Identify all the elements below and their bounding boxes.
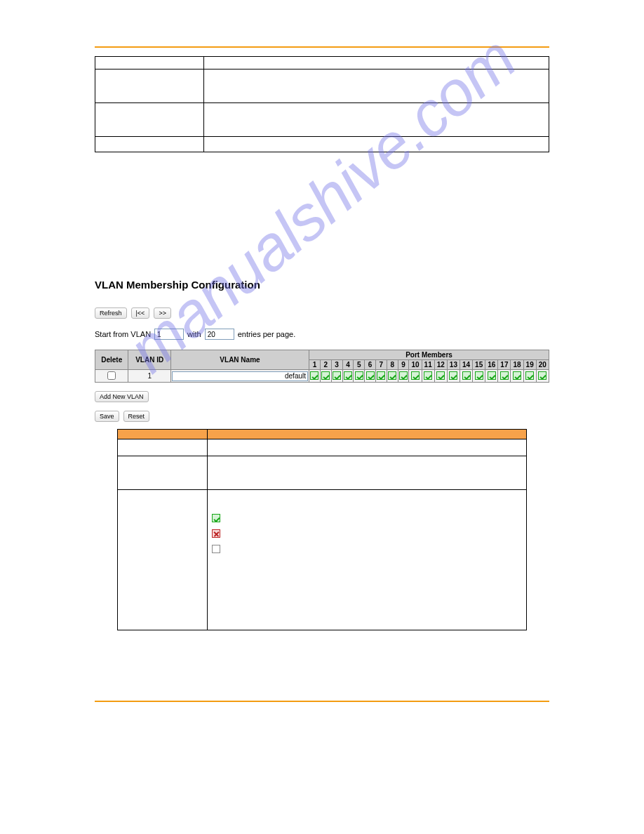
paging-prefix: Start from VLAN (95, 330, 151, 338)
vlan-name-input[interactable] (172, 371, 308, 381)
port-header-8: 8 (387, 360, 398, 370)
definitions-table (117, 429, 526, 630)
port-header-3: 3 (331, 360, 342, 370)
next-page-button[interactable]: >> (154, 307, 171, 319)
port-toggle[interactable] (424, 371, 432, 380)
vlan-id-cell: 1 (128, 370, 171, 383)
port-toggle[interactable] (538, 371, 546, 380)
port-toggle[interactable] (310, 371, 318, 380)
bottom-divider (95, 701, 549, 702)
port-toggle[interactable] (449, 371, 457, 380)
port-header-7: 7 (375, 360, 387, 370)
port-toggle[interactable] (500, 371, 509, 380)
col-delete: Delete (95, 350, 128, 370)
port-toggle[interactable] (366, 371, 375, 380)
port-toggle[interactable] (399, 371, 408, 380)
port-header-5: 5 (354, 360, 365, 370)
port-toggle[interactable] (333, 371, 341, 380)
col-port-members: Port Members (309, 350, 549, 360)
col-vlan-name: VLAN Name (170, 350, 309, 370)
port-toggle[interactable] (462, 371, 471, 380)
delete-checkbox[interactable] (107, 371, 116, 380)
port-toggle[interactable] (513, 371, 521, 380)
top-meta-table (95, 56, 549, 152)
port-toggle[interactable] (344, 371, 352, 380)
port-header-6: 6 (365, 360, 376, 370)
port-header-9: 9 (398, 360, 409, 370)
port-header-4: 4 (342, 360, 354, 370)
port-toggle[interactable] (475, 371, 483, 380)
port-toggle[interactable] (525, 371, 534, 380)
port-header-1: 1 (309, 360, 321, 370)
port-toggle[interactable] (436, 371, 445, 380)
paging-controls: Start from VLAN with entries per page. (95, 329, 549, 340)
col-vlan-id: VLAN ID (128, 350, 171, 370)
first-page-button[interactable]: |<< (131, 307, 150, 319)
page-title: VLAN Membership Configuration (95, 279, 549, 291)
port-header-15: 15 (473, 360, 485, 370)
legend-include-icon (212, 514, 220, 522)
port-toggle[interactable] (388, 371, 396, 380)
port-header-14: 14 (459, 360, 472, 370)
port-header-12: 12 (434, 360, 447, 370)
port-toggle[interactable] (355, 371, 363, 380)
add-new-vlan-button[interactable]: Add New VLAN (95, 391, 149, 402)
port-header-18: 18 (511, 360, 523, 370)
paging-middle: with (187, 330, 201, 338)
port-toggle[interactable] (321, 371, 330, 380)
top-divider (95, 46, 549, 48)
port-header-2: 2 (320, 360, 331, 370)
entries-per-page-input[interactable] (205, 329, 234, 340)
vlan-membership-table: Delete VLAN ID VLAN Name Port Members 12… (95, 350, 549, 383)
port-toggle[interactable] (488, 371, 496, 380)
port-header-19: 19 (523, 360, 536, 370)
port-header-16: 16 (485, 360, 498, 370)
port-header-10: 10 (409, 360, 422, 370)
port-toggle[interactable] (377, 371, 385, 380)
table-row: 1 (95, 370, 549, 383)
paging-suffix: entries per page. (238, 330, 296, 338)
port-header-13: 13 (447, 360, 459, 370)
port-toggle[interactable] (411, 371, 420, 380)
toolbar: Refresh |<< >> (95, 307, 549, 319)
save-button[interactable]: Save (95, 411, 119, 422)
port-header-17: 17 (498, 360, 511, 370)
port-header-20: 20 (536, 360, 549, 370)
reset-button[interactable]: Reset (123, 411, 150, 422)
legend-forbid-icon (212, 529, 220, 538)
legend-empty-icon (212, 545, 220, 553)
refresh-button[interactable]: Refresh (95, 307, 127, 319)
port-header-11: 11 (422, 360, 434, 370)
start-vlan-input[interactable] (154, 329, 184, 340)
